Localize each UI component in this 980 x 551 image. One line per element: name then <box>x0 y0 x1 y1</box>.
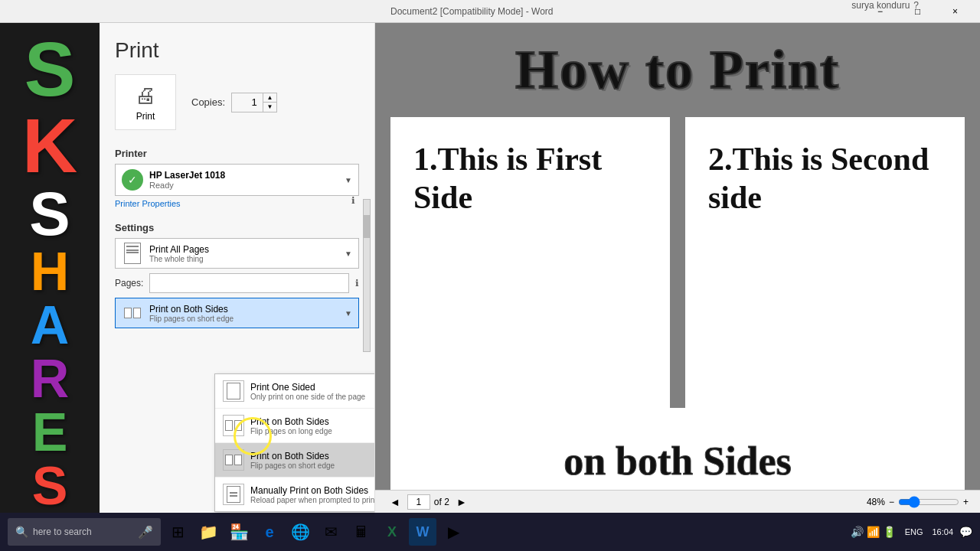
page-number-input[interactable] <box>407 494 430 510</box>
letter-r: R <box>31 352 70 406</box>
pages-row: Pages: ℹ <box>115 273 359 293</box>
letter-a: A <box>31 298 70 352</box>
print-button-label: Print <box>136 111 155 122</box>
letter-s3: S <box>32 459 68 513</box>
single-page-icon <box>124 243 141 264</box>
scrollbar[interactable] <box>363 199 371 352</box>
double-page-icon <box>124 308 141 318</box>
task-view-button[interactable]: ⊞ <box>164 518 191 546</box>
pages-setting-text: Print All Pages The whole thing <box>149 244 345 263</box>
clock-time: 16:04 <box>932 527 953 536</box>
settings-section: Print All Pages The whole thing ▼ Pages:… <box>100 238 374 328</box>
copies-up[interactable]: ▲ <box>263 93 276 103</box>
manual-text: Manually Print on Both Sides Reload pape… <box>250 485 375 504</box>
page1-text: 1.This is First Side <box>413 140 647 217</box>
media-button[interactable]: ▶ <box>439 518 467 546</box>
notification-icon[interactable]: 💬 <box>959 526 972 538</box>
menu-item-one-sided[interactable]: Print One Sided Only print on one side o… <box>215 374 375 409</box>
printer-name: HP LaserJet 1018 <box>149 170 345 181</box>
both-short-title: Print on Both Sides <box>250 451 375 461</box>
copies-value: 1 <box>251 96 256 108</box>
pages-input[interactable] <box>149 273 349 293</box>
manual-page-icon <box>227 486 240 503</box>
prev-page-button[interactable]: ◄ <box>387 496 403 508</box>
file-explorer-button[interactable]: 📁 <box>194 518 222 546</box>
printer-info-icon[interactable]: ℹ <box>351 195 355 206</box>
tray-icons: 🔊 📶 🔋 <box>851 526 896 538</box>
copies-down[interactable]: ▼ <box>263 103 276 112</box>
language-indicator: ENG <box>902 526 926 538</box>
printer-dropdown[interactable]: ✓ HP LaserJet 1018 Ready ▼ <box>115 164 359 196</box>
duplex-setting-title: Print on Both Sides <box>149 304 345 315</box>
close-button[interactable]: × <box>938 0 972 23</box>
duplex-icon <box>122 302 143 324</box>
pages-label: Pages: <box>115 278 143 289</box>
letter-s: S <box>24 31 76 107</box>
pages-setting-arrow: ▼ <box>345 249 352 258</box>
scroll-thumb[interactable] <box>364 215 370 238</box>
pages-info-icon: ℹ <box>355 278 359 289</box>
both-long-sub: Flip pages on long edge <box>250 427 375 435</box>
doc-nav-bar: ◄ of 2 ► 48% − + <box>375 490 980 513</box>
taskbar: 🔍 here to search 🎤 ⊞ 📁 🏪 e 🌐 ✉ 🖩 X W ▶ 🔊… <box>0 513 980 551</box>
print-panel: Print 🖨 Print Copies: 1 ▲ ▼ Printer ✓ HP… <box>100 23 375 520</box>
word-icon: W <box>416 524 430 540</box>
printer-section: ✓ HP LaserJet 1018 Ready ▼ Printer Prope… <box>100 164 374 216</box>
printer-properties-link[interactable]: Printer Properties <box>115 199 359 208</box>
letter-h: H <box>31 245 70 298</box>
duplex-active-setting[interactable]: Print on Both Sides Flip pages on short … <box>115 298 359 328</box>
bottom-text: on both Sides <box>413 439 942 484</box>
copies-section: Copies: 1 ▲ ▼ <box>191 93 277 112</box>
tray-volume-icon: 📶 <box>867 526 880 538</box>
copies-input[interactable]: 1 ▲ ▼ <box>231 93 277 112</box>
mic-icon[interactable]: 🎤 <box>138 525 153 540</box>
edge-icon: e <box>265 523 273 541</box>
browser-button-edge[interactable]: e <box>256 518 283 546</box>
printer-section-label: Printer <box>100 142 374 164</box>
letter-s2: S <box>29 184 70 245</box>
one-sided-title: Print One Sided <box>250 382 375 393</box>
doc-main-title: How to Print <box>515 38 840 102</box>
next-page-button[interactable]: ► <box>453 496 470 508</box>
zoom-out-icon[interactable]: − <box>889 497 894 507</box>
printer-status: Ready <box>149 181 345 190</box>
one-sided-page-icon <box>227 383 240 399</box>
menu-item-both-short[interactable]: Print on Both Sides Flip pages on short … <box>215 443 375 478</box>
both-long-text: Print on Both Sides Flip pages on long e… <box>250 416 375 435</box>
word-button[interactable]: W <box>409 518 436 546</box>
menu-item-both-long[interactable]: Print on Both Sides Flip pages on long e… <box>215 409 375 443</box>
chrome-button[interactable]: 🌐 <box>286 518 314 546</box>
page-navigation: ◄ of 2 ► <box>387 494 470 510</box>
search-placeholder: here to search <box>33 527 92 537</box>
store-icon: 🏪 <box>230 523 249 541</box>
zoom-section: 48% − + <box>867 496 969 508</box>
doc-page-2: 2.This is Second side <box>685 117 965 408</box>
both-long-title: Print on Both Sides <box>250 416 375 427</box>
taskbar-search[interactable]: 🔍 here to search 🎤 <box>8 518 161 546</box>
copies-spinner[interactable]: ▲ ▼ <box>263 93 276 112</box>
menu-item-manual[interactable]: Manually Print on Both Sides Reload pape… <box>215 478 375 511</box>
chrome-icon: 🌐 <box>291 523 310 541</box>
user-info: surya konduru ? <box>851 0 919 11</box>
document-area: How to Print 1.This is First Side 2.This… <box>375 23 980 513</box>
both-long-icon <box>223 415 244 436</box>
print-button-box[interactable]: 🖨 Print <box>115 74 176 130</box>
print-header: 🖨 Print Copies: 1 ▲ ▼ <box>100 74 374 142</box>
excel-button[interactable]: X <box>378 518 406 546</box>
help-icon[interactable]: ? <box>913 0 919 11</box>
mail-button[interactable]: ✉ <box>317 518 345 546</box>
both-long-page-icon <box>225 420 242 431</box>
one-sided-icon <box>223 380 244 402</box>
print-pages-setting[interactable]: Print All Pages The whole thing ▼ <box>115 238 359 269</box>
pages-icon <box>122 243 143 264</box>
zoom-in-icon[interactable]: + <box>963 497 969 507</box>
title-bar: Document2 [Compatibility Mode] - Word su… <box>0 0 980 23</box>
calculator-button[interactable]: 🖩 <box>348 518 375 546</box>
zoom-level: 48% <box>867 497 885 507</box>
store-button[interactable]: 🏪 <box>225 518 253 546</box>
zoom-slider[interactable] <box>898 496 959 508</box>
task-view-icon: ⊞ <box>172 523 185 541</box>
clock: 16:04 <box>932 527 953 536</box>
both-short-icon <box>223 449 244 471</box>
printer-check-icon: ✓ <box>128 174 137 186</box>
